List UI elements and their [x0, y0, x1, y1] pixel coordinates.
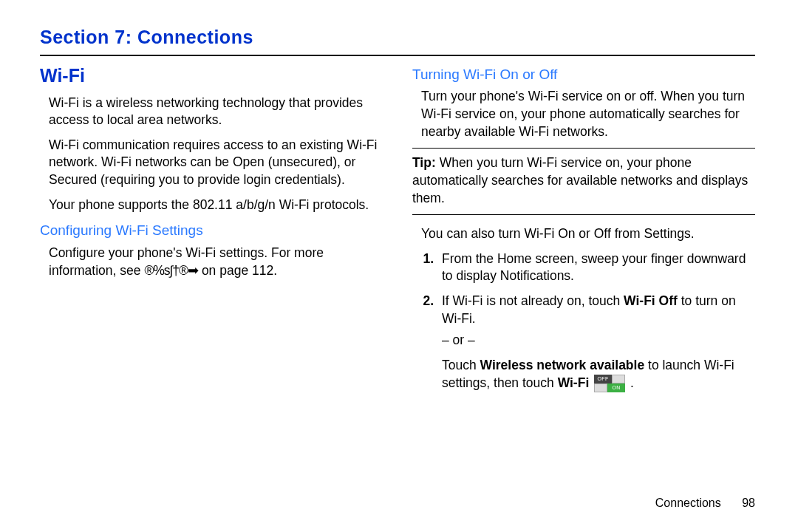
wifi-intro-2: Wi-Fi communication requires access to a… — [49, 137, 383, 189]
subheading-configuring: Configuring Wi-Fi Settings — [40, 221, 383, 240]
footer-label: Connections — [655, 497, 721, 509]
turning-intro: Turn your phone's Wi-Fi service on or of… — [421, 88, 755, 140]
section-title: Section 7: Connections — [40, 25, 755, 56]
wireless-available-label: Wireless network available — [480, 358, 645, 372]
subheading-turning: Turning Wi-Fi On or Off — [412, 65, 755, 84]
configure-text-b: on page 112. — [198, 263, 277, 278]
wifi-protocols: Your phone supports the 802.11 a/b/g/n W… — [49, 197, 383, 214]
wifi-intro-1: Wi-Fi is a wireless networking technolog… — [49, 95, 383, 129]
toggle-on-label: ON — [607, 383, 625, 392]
wifi-off-label: Wi-Fi Off — [624, 293, 678, 308]
tip-body: When you turn Wi-Fi service on, your pho… — [412, 155, 748, 205]
tip-text: Tip: When you turn Wi-Fi service on, you… — [412, 154, 755, 207]
step-2c-period: . — [627, 375, 634, 390]
step-2: If Wi-Fi is not already on, touch Wi-Fi … — [437, 293, 755, 392]
step-2c-a: Touch — [442, 358, 480, 372]
right-column: Turning Wi-Fi On or Off Turn your phone'… — [412, 64, 755, 399]
tip-block: Tip: When you turn Wi-Fi service on, you… — [412, 148, 755, 215]
content-columns: Wi-Fi Wi-Fi is a wireless networking tec… — [40, 64, 755, 399]
steps-list: From the Home screen, sweep your finger … — [437, 250, 755, 392]
page-number: 98 — [742, 497, 755, 509]
toggle-off-knob — [612, 375, 625, 383]
step-1-text: From the Home screen, sweep your finger … — [442, 251, 746, 284]
reference-icons: ®%s∫†®➡ — [144, 263, 198, 278]
configure-reference: Configure your phone's Wi-Fi settings. F… — [49, 245, 383, 279]
toggle-off-label: OFF — [594, 375, 612, 383]
left-column: Wi-Fi Wi-Fi is a wireless networking tec… — [40, 64, 383, 399]
page-footer: Connections 98 — [655, 495, 755, 511]
settings-note: You can also turn Wi-Fi On or Off from S… — [421, 225, 755, 243]
toggle-on-knob — [594, 383, 607, 392]
step-1: From the Home screen, sweep your finger … — [437, 250, 755, 285]
tip-label: Tip: — [412, 155, 436, 170]
wifi-toggle-icon: OFF ON — [594, 375, 625, 391]
heading-wifi: Wi-Fi — [40, 64, 383, 89]
step-2a: If Wi-Fi is not already on, touch — [442, 293, 624, 308]
or-divider: – or – — [442, 332, 755, 349]
wifi-label: Wi-Fi — [558, 375, 590, 390]
